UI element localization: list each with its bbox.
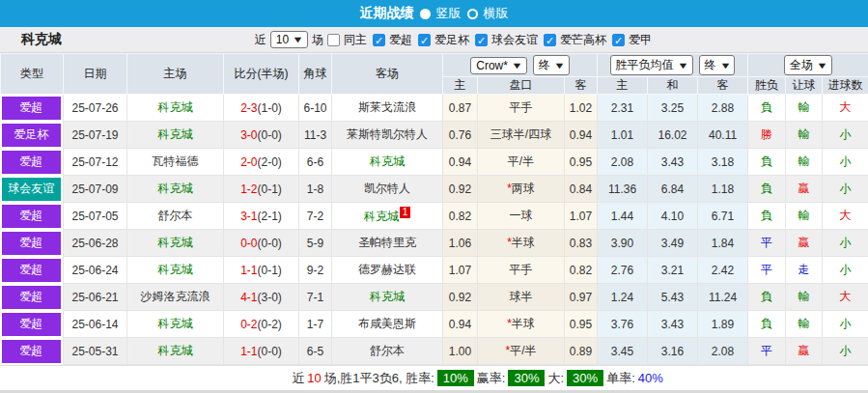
team-name-link[interactable]: 科克城: [158, 182, 193, 195]
odds-final-select[interactable]: 终 ▼: [699, 55, 736, 75]
league-checkbox-1[interactable]: ✓: [418, 34, 431, 46]
league-type-badge[interactable]: 爱超: [2, 313, 62, 336]
odds-home-cell: 1.44: [598, 203, 648, 230]
league-label-2[interactable]: 球会友谊: [491, 32, 538, 48]
team-name-link[interactable]: 科克城: [158, 263, 193, 276]
home-team-cell: 瓦特福德: [127, 149, 224, 176]
table-row: 爱超25-06-14科克城0-2(0-2)1-7布咸美恩斯0.94*半球0.95…: [1, 311, 868, 338]
score-cell: 1-2(0-1): [224, 176, 299, 203]
half-score: (0-0): [258, 345, 282, 358]
team-name-link[interactable]: 舒尔本: [158, 209, 193, 222]
league-type-badge[interactable]: 爱超: [2, 151, 62, 174]
odds-home-cell: 3.76: [598, 311, 648, 338]
handicap-final-select[interactable]: 终 ▼: [533, 55, 570, 75]
league-type-badge[interactable]: 爱超: [2, 259, 62, 282]
odds-type-select[interactable]: 胜平负均值 ▼: [610, 55, 693, 75]
team-name-link[interactable]: 科克城: [158, 317, 193, 330]
half-score: (0-0): [258, 128, 282, 142]
vertical-layout-label[interactable]: 竖版: [436, 5, 462, 22]
away-team-cell: 莱斯特凯尔特人: [332, 122, 443, 149]
goals-cell: 小: [823, 257, 868, 284]
goals-cell: 大: [823, 95, 868, 122]
panel-title: 近期战绩: [360, 5, 414, 22]
home-team-cell: 科克城: [127, 95, 224, 122]
half-score: (2-1): [258, 210, 282, 223]
league-label-1[interactable]: 爱足杯: [434, 32, 469, 48]
win-rate-badge: 10%: [437, 370, 474, 386]
result-cell: 平: [748, 230, 786, 257]
team-name-link[interactable]: 科克城: [158, 100, 193, 114]
league-label-3[interactable]: 爱芒高杯: [560, 32, 606, 48]
away-team-cell: 科克城1: [332, 203, 443, 230]
home-team-cell: 科克城: [127, 311, 224, 338]
team-name-link[interactable]: 莱斯特凯尔特人: [347, 127, 428, 141]
scope-select[interactable]: 全场 ▼: [784, 55, 832, 75]
team-name-link[interactable]: 科克城: [158, 236, 193, 249]
match-count-select[interactable]: 10 ▼: [270, 31, 308, 48]
horizontal-layout-radio[interactable]: [467, 9, 478, 19]
team-name-link[interactable]: 科克城: [370, 290, 405, 303]
sub-header-odds-away: 客: [698, 77, 748, 95]
odds-draw-cell: 5.43: [648, 284, 698, 311]
odds-away-cell: 3.18: [698, 149, 748, 176]
odds-away-cell: 2.88: [698, 95, 748, 122]
scope-value: 全场: [790, 57, 813, 73]
league-type-badge[interactable]: 爱超: [2, 340, 62, 363]
handicap-home-odds-cell: 0.76: [443, 122, 478, 149]
team-name-link[interactable]: 科克城: [370, 154, 405, 168]
vertical-layout-radio[interactable]: [420, 9, 431, 19]
league-checkbox-2[interactable]: ✓: [475, 34, 488, 46]
handicap-star: *: [507, 236, 512, 249]
league-checkbox-0[interactable]: ✓: [373, 34, 385, 46]
league-type-badge[interactable]: 爱超: [2, 205, 62, 228]
team-name-link[interactable]: 沙姆洛克流浪: [141, 290, 210, 303]
league-checkbox-4[interactable]: ✓: [612, 34, 625, 46]
team-name-link[interactable]: 斯莱戈流浪: [358, 100, 416, 114]
team-name-link[interactable]: 科克城: [364, 210, 399, 223]
league-type-badge[interactable]: 爱超: [2, 286, 62, 309]
odds-type-value: 胜平负均值: [616, 57, 674, 73]
team-name-link[interactable]: 瓦特福德: [153, 154, 199, 168]
table-row: 爱超25-06-21沙姆洛克流浪4-1(3-0)7-1科克城0.92球半0.97…: [1, 284, 868, 311]
sub-header-odds-draw: 和: [648, 77, 698, 95]
league-type-badge[interactable]: 球会友谊: [2, 178, 62, 201]
rank-badge: 1: [400, 207, 410, 218]
league-label-4[interactable]: 爱甲: [629, 32, 652, 48]
same-home-checkbox[interactable]: [327, 34, 340, 46]
league-type-badge[interactable]: 爱超: [2, 97, 62, 120]
goals-cell: 小: [823, 149, 868, 176]
team-name-link[interactable]: 舒尔本: [370, 344, 405, 357]
team-name-link[interactable]: 科克城: [158, 344, 193, 357]
filter-controls: 近 10 ▼ 场 同主 ✓ 爱超 ✓ 爱足杯 ✓ 球会友谊 ✓ 爱芒高杯 ✓ 爱…: [255, 31, 654, 48]
league-label-0[interactable]: 爱超: [389, 32, 412, 48]
team-name-link[interactable]: 德罗赫达联: [358, 263, 416, 276]
half-score: (0-2): [258, 318, 282, 331]
match-type-cell: 爱超: [1, 203, 64, 230]
team-name-link[interactable]: 科克城: [158, 127, 193, 141]
bookmaker-select[interactable]: Crow* ▼: [470, 57, 527, 74]
odds-draw-cell: 3.43: [648, 149, 698, 176]
odds-home-cell: 1.24: [598, 284, 648, 311]
col-header-type: 类型: [1, 54, 64, 95]
handicap-away-odds-cell: 0.82: [565, 257, 598, 284]
corner-cell: 6-10: [299, 95, 332, 122]
corner-cell: 6-5: [299, 338, 332, 365]
result-cell: 負: [748, 311, 786, 338]
odds-group-header: 胜平负均值 ▼ 终 ▼: [598, 54, 748, 77]
team-name-link[interactable]: 布咸美恩斯: [358, 317, 416, 330]
handicap-result-cell: 走: [786, 257, 823, 284]
league-type-badge[interactable]: 爱足杯: [2, 124, 62, 147]
score-cell: 0-0(0-0): [224, 230, 299, 257]
team-name-link[interactable]: 圣帕特里克: [358, 236, 416, 249]
team-name-link[interactable]: 凯尔特人: [364, 182, 410, 195]
horizontal-layout-label[interactable]: 横版: [484, 5, 509, 22]
away-team-cell: 斯莱戈流浪: [332, 95, 443, 122]
odds-draw-cell: 4.10: [648, 203, 698, 230]
league-type-badge[interactable]: 爱超: [2, 232, 62, 255]
match-date-cell: 25-07-09: [64, 176, 127, 203]
match-date-cell: 25-06-24: [64, 257, 127, 284]
handicap-star: *: [505, 344, 510, 357]
league-checkbox-3[interactable]: ✓: [544, 34, 556, 46]
same-home-label[interactable]: 同主: [344, 32, 367, 48]
col-header-away: 客场: [332, 54, 443, 95]
